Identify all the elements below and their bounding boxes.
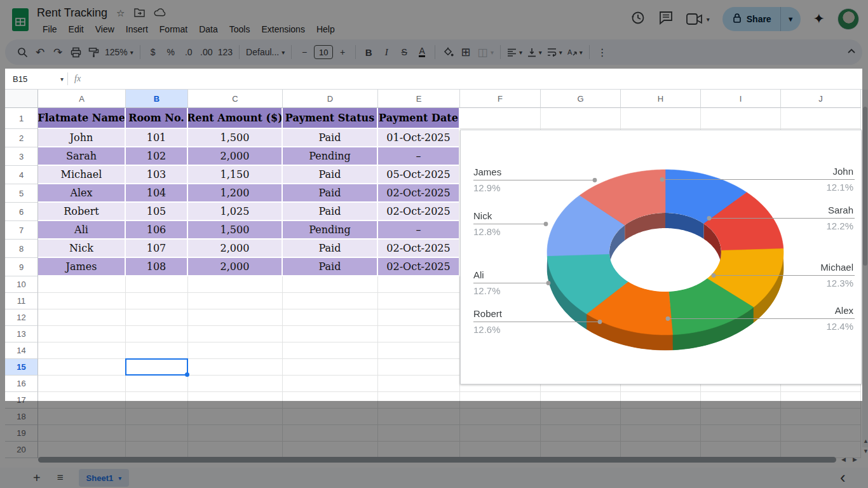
borders-button[interactable]: ⊞ xyxy=(458,43,474,61)
column-header-F[interactable]: F xyxy=(460,90,541,108)
text-rotation-button[interactable]: A ▾ xyxy=(566,43,585,61)
cell-A10[interactable] xyxy=(38,276,126,293)
redo-icon[interactable]: ↷ xyxy=(50,43,66,61)
cell-D15[interactable] xyxy=(283,359,378,376)
account-avatar[interactable] xyxy=(837,8,859,30)
cell-D10[interactable] xyxy=(283,276,378,293)
cell-H20[interactable] xyxy=(621,442,701,458)
cell-I20[interactable] xyxy=(701,442,781,458)
cell-A20[interactable] xyxy=(38,442,126,458)
row-header-12[interactable]: 12 xyxy=(5,309,38,326)
menu-edit[interactable]: Edit xyxy=(63,23,90,36)
sheet-tab-sheet1[interactable]: Sheet1 ▾ xyxy=(79,469,130,487)
selected-cell-B15[interactable] xyxy=(125,358,188,376)
cell-D19[interactable] xyxy=(283,425,378,442)
cell-B19[interactable] xyxy=(126,425,188,442)
cell-C13[interactable] xyxy=(188,326,283,342)
cell-D6[interactable]: Paid xyxy=(283,203,378,221)
cell-E3[interactable]: – xyxy=(378,147,460,166)
cell-D7[interactable]: Pending xyxy=(283,221,378,240)
text-color-button[interactable]: A xyxy=(414,43,430,61)
meet-dropdown-caret[interactable]: ▾ xyxy=(707,16,710,23)
cell-C5[interactable]: 1,200 xyxy=(188,184,283,203)
horizontal-align-button[interactable]: ▾ xyxy=(505,43,524,61)
cell-A4[interactable]: Michael xyxy=(38,166,126,184)
cell-B1[interactable]: Room No. xyxy=(126,108,188,129)
cell-A18[interactable] xyxy=(38,409,126,425)
cell-B4[interactable]: 103 xyxy=(126,166,188,184)
cell-E8[interactable]: 02-Oct-2025 xyxy=(378,240,460,258)
row-header-11[interactable]: 11 xyxy=(5,293,38,309)
cell-D18[interactable] xyxy=(283,409,378,425)
fill-handle[interactable] xyxy=(185,372,189,377)
horizontal-scrollbar-thumb[interactable] xyxy=(38,457,836,463)
font-size-input[interactable]: 10 xyxy=(314,45,333,59)
cell-A1[interactable]: Flatmate Name xyxy=(38,108,126,129)
cell-A9[interactable]: James xyxy=(38,258,126,276)
cell-B7[interactable]: 106 xyxy=(126,221,188,240)
strikethrough-button[interactable]: S xyxy=(396,43,412,61)
cloud-status-icon[interactable] xyxy=(154,8,166,18)
cell-I18[interactable] xyxy=(701,409,781,425)
cell-F20[interactable] xyxy=(460,442,541,458)
cell-B3[interactable]: 102 xyxy=(126,147,188,166)
cell-E17[interactable] xyxy=(378,392,460,409)
merge-cells-button[interactable]: ◫ ▾ xyxy=(475,43,496,61)
cell-B20[interactable] xyxy=(126,442,188,458)
cell-B10[interactable] xyxy=(126,276,188,293)
vertical-scrollbar-thumb[interactable] xyxy=(863,107,867,266)
search-icon[interactable] xyxy=(14,43,31,61)
cell-C8[interactable]: 2,000 xyxy=(188,240,283,258)
column-header-B[interactable]: B xyxy=(126,90,188,108)
cell-B16[interactable] xyxy=(126,376,188,392)
cell-D2[interactable]: Paid xyxy=(283,129,378,147)
cell-D12[interactable] xyxy=(283,309,378,326)
menu-format[interactable]: Format xyxy=(154,23,193,36)
cell-H18[interactable] xyxy=(621,409,701,425)
cell-I17[interactable] xyxy=(701,392,781,409)
row-header-3[interactable]: 3 xyxy=(5,147,38,166)
row-header-10[interactable]: 10 xyxy=(5,276,38,293)
column-header-H[interactable]: H xyxy=(621,90,701,108)
cell-A8[interactable]: Nick xyxy=(38,240,126,258)
column-header-C[interactable]: C xyxy=(188,90,283,108)
cell-D13[interactable] xyxy=(283,326,378,342)
menu-tools[interactable]: Tools xyxy=(224,23,256,36)
move-folder-icon[interactable] xyxy=(134,8,145,19)
scroll-up-arrow[interactable]: ▲ xyxy=(863,438,868,444)
row-header-2[interactable]: 2 xyxy=(5,129,38,147)
row-header-1[interactable]: 1 xyxy=(5,108,38,129)
side-panel-collapse-icon[interactable]: ‹ xyxy=(840,468,846,487)
cell-A14[interactable] xyxy=(38,342,126,359)
cell-A3[interactable]: Sarah xyxy=(38,147,126,166)
increase-font-size-button[interactable]: + xyxy=(334,43,351,61)
cell-H17[interactable] xyxy=(621,392,701,409)
print-icon[interactable] xyxy=(67,43,84,61)
cell-G18[interactable] xyxy=(541,409,621,425)
cell-J18[interactable] xyxy=(781,409,861,425)
cell-G17[interactable] xyxy=(541,392,621,409)
menu-data[interactable]: Data xyxy=(193,23,224,36)
cell-E7[interactable]: – xyxy=(378,221,460,240)
row-header-6[interactable]: 6 xyxy=(5,203,38,221)
cell-J20[interactable] xyxy=(781,442,861,458)
decrease-decimal-button[interactable]: .0 xyxy=(180,43,197,61)
cell-D14[interactable] xyxy=(283,342,378,359)
row-header-13[interactable]: 13 xyxy=(5,326,38,342)
scroll-right-arrow[interactable]: ▶ xyxy=(853,457,857,463)
version-history-icon[interactable] xyxy=(630,10,646,28)
cell-C20[interactable] xyxy=(188,442,283,458)
cell-H19[interactable] xyxy=(621,425,701,442)
row-header-15[interactable]: 15 xyxy=(5,359,38,376)
star-icon[interactable]: ☆ xyxy=(116,8,125,19)
document-title[interactable]: Rent Tracking xyxy=(37,6,107,20)
cell-B17[interactable] xyxy=(126,392,188,409)
cell-F18[interactable] xyxy=(460,409,541,425)
zoom-select[interactable]: 125% ▾ xyxy=(103,43,135,61)
cell-H1[interactable] xyxy=(621,108,701,129)
column-header-I[interactable]: I xyxy=(701,90,781,108)
column-header-E[interactable]: E xyxy=(378,90,460,108)
cell-D1[interactable]: Payment Status xyxy=(283,108,378,129)
cell-E2[interactable]: 01-Oct-2025 xyxy=(378,129,460,147)
cell-C19[interactable] xyxy=(188,425,283,442)
